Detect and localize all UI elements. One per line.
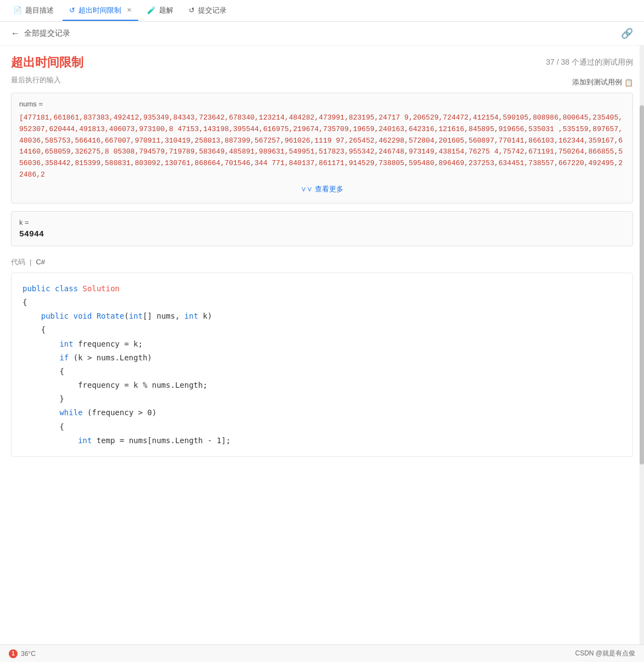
- bottom-bar: 1 36°C CSDN @就是有点俊: [0, 644, 644, 662]
- submissions-icon: ↺: [189, 6, 195, 14]
- tle-icon: ↺: [69, 6, 75, 14]
- result-header: 超出时间限制 37 / 38 个通过的测试用例: [11, 54, 633, 71]
- result-title: 超出时间限制: [11, 54, 83, 71]
- code-line-7: if (k > nums.Length): [22, 351, 622, 365]
- scroll-track[interactable]: [640, 46, 644, 644]
- code-separator: |: [30, 258, 31, 266]
- breadcrumb-label: 全部提交记录: [24, 29, 70, 38]
- tab-description-label: 题目描述: [25, 5, 54, 15]
- tab-tle[interactable]: ↺ 超出时间限制 ✕: [63, 1, 138, 21]
- code-line-1: public class Solution: [22, 282, 622, 296]
- code-line-4: public void Rotate(int[] nums, int k): [22, 309, 622, 323]
- back-button[interactable]: ← 全部提交记录: [11, 29, 70, 38]
- code-block: public class Solution { public void Rota…: [11, 273, 633, 457]
- add-test-label: 添加到测试用例: [572, 77, 622, 87]
- code-lang: C#: [36, 258, 45, 266]
- branding-label: CSDN @就是有点俊: [575, 649, 635, 658]
- bottom-right: CSDN @就是有点俊: [575, 649, 635, 658]
- code-line-13: {: [22, 420, 622, 434]
- test-case-count: 37 / 38 个通过的测试用例: [546, 58, 633, 67]
- tab-solution[interactable]: 🧪 题解: [140, 1, 180, 21]
- k-label: k =: [19, 218, 625, 227]
- close-tle-tab-icon[interactable]: ✕: [127, 7, 132, 14]
- bottom-left: 1 36°C: [9, 649, 36, 658]
- code-line-2: {: [22, 296, 622, 309]
- tab-bar: 📄 题目描述 ↺ 超出时间限制 ✕ 🧪 题解 ↺ 提交记录: [0, 0, 644, 22]
- breadcrumb-bar: ← 全部提交记录 🔗: [0, 22, 644, 46]
- code-line-5: {: [22, 323, 622, 337]
- notification-badge: 1: [9, 649, 18, 658]
- temperature-label: 36°C: [21, 650, 36, 658]
- solution-icon: 🧪: [147, 6, 156, 14]
- main-content: 超出时间限制 37 / 38 个通过的测试用例 最后执行的输入 添加到测试用例 …: [0, 46, 644, 644]
- tab-description[interactable]: 📄 题目描述: [7, 1, 60, 21]
- link-icon[interactable]: 🔗: [621, 28, 633, 39]
- nums-value: [477181,661861,837383,492412,935349,8434…: [19, 112, 625, 181]
- code-line-12: while (frequency > 0): [22, 406, 622, 420]
- last-input-label: 最后执行的输入: [11, 75, 61, 85]
- add-to-test-button[interactable]: 添加到测试用例 📋: [572, 77, 633, 87]
- tab-submissions-label: 提交记录: [198, 5, 227, 15]
- nums-input-box: nums = [477181,661861,837383,492412,9353…: [11, 93, 633, 203]
- code-line-6: int frequency = k;: [22, 337, 622, 351]
- code-label: 代码: [11, 257, 25, 267]
- tab-tle-label: 超出时间限制: [78, 5, 121, 15]
- tab-solution-label: 题解: [159, 5, 173, 15]
- code-line-14: int temp = nums[nums.Length - 1];: [22, 434, 622, 448]
- description-icon: 📄: [13, 6, 22, 14]
- nums-label: nums =: [19, 100, 625, 108]
- code-line-10: }: [22, 392, 622, 406]
- scroll-thumb[interactable]: [640, 105, 644, 465]
- last-input-header: 最后执行的输入 添加到测试用例 📋: [11, 75, 633, 89]
- link-area: 🔗: [621, 27, 633, 39]
- code-line-8: {: [22, 365, 622, 378]
- add-test-icon: 📋: [624, 78, 633, 87]
- code-meta: 代码 | C#: [11, 257, 633, 267]
- code-line-9: frequency = k % nums.Length;: [22, 378, 622, 392]
- back-arrow-icon: ←: [11, 29, 20, 38]
- see-more-button[interactable]: ∨∨ 查看更多: [19, 181, 625, 196]
- k-value: 54944: [19, 230, 625, 239]
- k-input-box: k = 54944: [11, 211, 633, 246]
- tab-submissions[interactable]: ↺ 提交记录: [182, 1, 233, 21]
